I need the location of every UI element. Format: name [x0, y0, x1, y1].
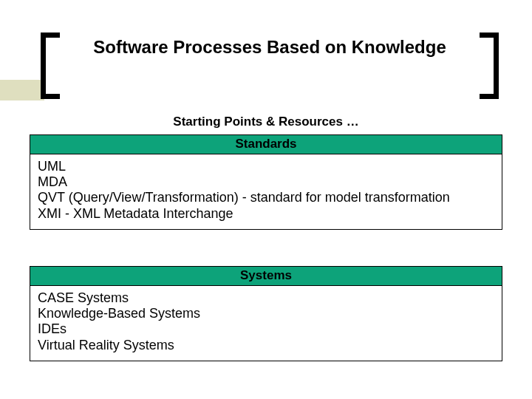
list-item: CASE Systems [38, 290, 494, 306]
list-item: Knowledge-Based Systems [38, 306, 494, 321]
accent-stripe [0, 80, 44, 100]
bracket-right-icon [480, 33, 499, 99]
section-systems-header: Systems [30, 267, 502, 286]
section-standards-header: Standards [30, 135, 502, 154]
slide-title: Software Processes Based on Knowledge [70, 37, 469, 58]
section-standards-body: UML MDA QVT (Query/View/Transformation) … [30, 154, 502, 229]
list-item: UML [38, 159, 494, 174]
section-systems-body: CASE Systems Knowledge-Based Systems IDE… [30, 286, 502, 361]
list-item: IDEs [38, 321, 494, 337]
section-systems: Systems CASE Systems Knowledge-Based Sys… [30, 266, 502, 361]
list-item: XMI - XML Metadata Interchange [38, 206, 494, 222]
section-standards: Standards UML MDA QVT (Query/View/Transf… [30, 134, 502, 230]
title-block: Software Processes Based on Knowledge [41, 33, 499, 99]
list-item: QVT (Query/View/Transformation) - standa… [38, 190, 494, 205]
bracket-left-icon [41, 33, 60, 99]
list-item: Virtual Reality Systems [38, 338, 494, 353]
list-item: MDA [38, 174, 494, 190]
slide-subtitle: Starting Points & Resources … [0, 115, 532, 129]
